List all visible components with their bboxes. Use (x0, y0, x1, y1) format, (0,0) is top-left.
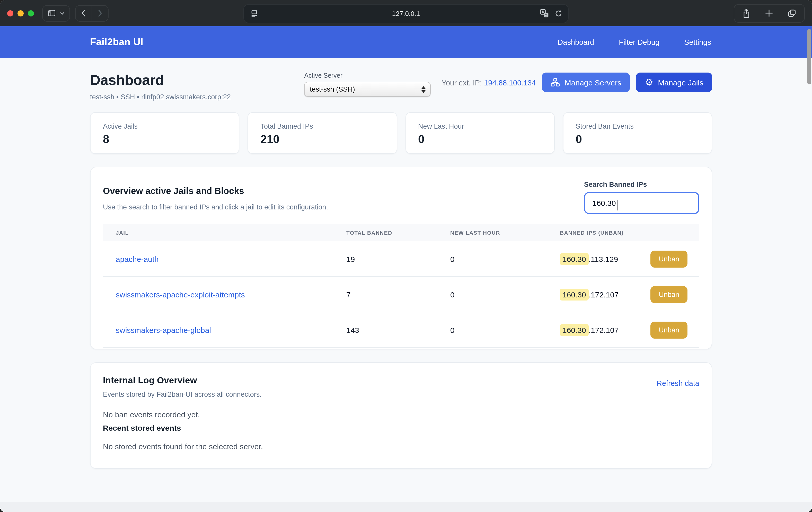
ip-highlight: 160.30 (560, 324, 589, 336)
log-title: Internal Log Overview (103, 375, 699, 386)
table-row: swissmakers-apache-global 143 0 160.30 .… (103, 312, 699, 348)
internal-log-card: Internal Log Overview Refresh data Event… (90, 362, 712, 469)
cell-banned-ip: 160.30 .113.129 Unban (547, 250, 700, 267)
stat-value: 210 (261, 133, 384, 146)
search-banned-ips: Search Banned IPs (584, 180, 699, 214)
active-server-value: test-ssh (SSH) (310, 85, 355, 93)
page-header: Dashboard test-ssh • SSH • rlinfp02.swis… (90, 72, 231, 101)
nav-link-settings[interactable]: Settings (684, 38, 711, 46)
stats-row: Active Jails 8 Total Banned IPs 210 New … (90, 112, 712, 154)
col-header-jail: JAIL (103, 229, 334, 236)
sidebar-icon (47, 9, 56, 18)
select-arrows-icon (422, 86, 426, 93)
app-brand[interactable]: Fail2ban UI (90, 36, 143, 48)
external-ip-label: Your ext. IP: (441, 79, 482, 87)
jail-link[interactable]: apache-auth (116, 254, 159, 263)
cell-total-banned: 143 (334, 325, 437, 334)
stat-card-total-banned: Total Banned IPs 210 (248, 112, 397, 154)
active-server-select[interactable]: test-ssh (SSH) (304, 82, 431, 97)
page-footer (0, 502, 812, 512)
external-ip: Your ext. IP: 194.88.100.134 (441, 79, 536, 87)
reload-icon[interactable] (554, 9, 563, 18)
jail-link[interactable]: swissmakers-apache-exploit-attempts (116, 290, 245, 299)
unban-button[interactable]: Unban (650, 286, 688, 303)
manage-servers-button[interactable]: Manage Servers (542, 73, 630, 92)
page-content: Dashboard test-ssh • SSH • rlinfp02.swis… (0, 58, 812, 502)
ip-rest: .113.129 (589, 254, 618, 263)
search-input[interactable] (584, 192, 699, 214)
manage-jails-button[interactable]: ⚙ Manage Jails (636, 73, 712, 92)
jail-link[interactable]: swissmakers-apache-global (116, 325, 211, 334)
col-header-new-last-hour: NEW LAST HOUR (437, 229, 547, 236)
jails-table: JAIL TOTAL BANNED NEW LAST HOUR BANNED I… (103, 224, 699, 348)
no-stored-events-text: No stored events found for the selected … (103, 442, 699, 451)
external-ip-value[interactable]: 194.88.100.134 (484, 79, 536, 87)
no-ban-events-text: No ban events recorded yet. (103, 410, 699, 419)
gear-icon: ⚙ (645, 78, 653, 87)
minimize-window-button[interactable] (18, 10, 24, 16)
sidebar-toggle-button[interactable] (42, 5, 70, 21)
share-icon[interactable] (742, 8, 751, 18)
active-server-label: Active Server (304, 72, 431, 79)
stat-label: Stored Ban Events (576, 122, 700, 130)
new-tab-icon[interactable] (765, 9, 774, 18)
unban-button[interactable]: Unban (650, 250, 688, 267)
browser-window: 127.0.0.1 A x (0, 0, 812, 512)
sitemap-icon (551, 78, 560, 87)
toolbar-right-buttons (734, 4, 805, 22)
cell-new-last-hour: 0 (437, 290, 547, 299)
cell-total-banned: 19 (334, 254, 437, 263)
page-title: Dashboard (90, 72, 231, 88)
stat-card-new-last-hour: New Last Hour 0 (405, 112, 555, 154)
unban-button[interactable]: Unban (650, 321, 688, 338)
stat-label: Active Jails (103, 122, 227, 130)
ip-highlight: 160.30 (560, 253, 589, 265)
stat-value: 8 (103, 133, 227, 146)
ip-highlight: 160.30 (560, 288, 589, 300)
log-description: Events stored by Fail2ban-UI across all … (103, 391, 699, 398)
close-window-button[interactable] (7, 10, 13, 16)
cell-new-last-hour: 0 (437, 254, 547, 263)
table-row: apache-auth 19 0 160.30 .113.129 Unban (103, 241, 699, 277)
back-button[interactable] (76, 5, 92, 21)
chevron-down-icon (60, 10, 65, 16)
col-header-total-banned: TOTAL BANNED (334, 229, 437, 236)
tab-overview-icon[interactable] (787, 8, 796, 18)
jails-overview-card: Overview active Jails and Blocks Use the… (90, 167, 712, 349)
url-text: 127.0.0.1 (244, 5, 568, 23)
manage-servers-label: Manage Servers (565, 78, 621, 87)
app-navbar: Fail2ban UI Dashboard Filter Debug Setti… (0, 26, 812, 58)
traffic-lights (7, 10, 34, 16)
stat-value: 0 (576, 133, 700, 146)
page-subtitle: test-ssh • SSH • rlinfp02.swissmakers.co… (90, 93, 231, 101)
manage-jails-label: Manage Jails (658, 78, 703, 87)
cell-banned-ip: 160.30 .172.107 Unban (547, 321, 700, 338)
translate-icon[interactable]: A x (540, 9, 549, 18)
cell-new-last-hour: 0 (437, 325, 547, 334)
text-caret (617, 200, 618, 210)
cell-banned-ip: 160.30 .172.107 Unban (547, 286, 700, 303)
browser-toolbar: 127.0.0.1 A x (0, 0, 812, 26)
stat-card-stored-ban-events: Stored Ban Events 0 (563, 112, 713, 154)
ip-rest: .172.107 (589, 325, 619, 334)
stat-label: Total Banned IPs (261, 122, 384, 130)
stat-value: 0 (418, 133, 542, 146)
cell-total-banned: 7 (334, 290, 437, 299)
zoom-window-button[interactable] (28, 10, 34, 16)
table-header: JAIL TOTAL BANNED NEW LAST HOUR BANNED I… (103, 224, 699, 241)
refresh-data-link[interactable]: Refresh data (657, 379, 699, 388)
forward-button[interactable] (92, 5, 108, 21)
recent-stored-events-title: Recent stored events (103, 424, 699, 432)
ip-rest: .172.107 (589, 290, 619, 299)
table-row: swissmakers-apache-exploit-attempts 7 0 … (103, 277, 699, 312)
history-nav-buttons (75, 5, 109, 21)
nav-link-dashboard[interactable]: Dashboard (557, 38, 594, 46)
stat-label: New Last Hour (418, 122, 542, 130)
search-label: Search Banned IPs (584, 180, 699, 188)
scrollbar-thumb[interactable] (807, 29, 811, 84)
svg-text:x: x (545, 13, 547, 17)
col-header-banned-ips: BANNED IPS (UNBAN) (547, 229, 700, 236)
stat-card-active-jails: Active Jails 8 (90, 112, 239, 154)
address-bar[interactable]: 127.0.0.1 A x (243, 4, 569, 23)
nav-link-filter-debug[interactable]: Filter Debug (619, 38, 660, 46)
